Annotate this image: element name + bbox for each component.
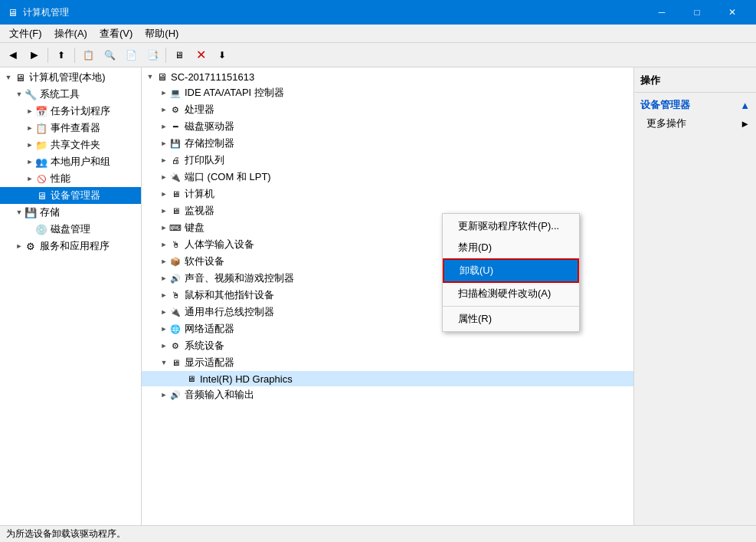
- cpu-icon: ⚙: [169, 103, 182, 116]
- close-button[interactable]: ✕: [715, 0, 750, 25]
- arrow-icon: ▲: [740, 100, 750, 111]
- right-panel-title: 操作: [634, 71, 756, 93]
- arrow-icon: ►: [159, 155, 169, 166]
- event-icon: 📋: [35, 122, 47, 134]
- arrow-icon: ►: [25, 156, 35, 167]
- up-button[interactable]: ⬆: [51, 46, 71, 64]
- forward-button[interactable]: ►: [25, 46, 44, 64]
- tree-item-processor[interactable]: ► ⚙ 处理器: [142, 101, 633, 118]
- arrow-icon: ►: [159, 307, 169, 317]
- toolbar-sep-3: [165, 48, 166, 63]
- tree-item-disk-drive[interactable]: ► ━ 磁盘驱动器: [142, 118, 633, 135]
- menu-action[interactable]: 操作(A): [48, 25, 93, 42]
- gpu-icon: 🖥: [185, 373, 197, 385]
- tree-root-computer[interactable]: ▼ 🖥 SC-201711151613: [142, 69, 633, 84]
- arrow-icon: ►: [159, 239, 169, 250]
- tree-item-ports[interactable]: ► 🔌 端口 (COM 和 LPT): [142, 169, 633, 186]
- tree-label: 端口 (COM 和 LPT): [185, 170, 271, 184]
- ide-icon: 💻: [169, 87, 182, 99]
- tree-label: SC-201711151613: [171, 71, 254, 83]
- report-button[interactable]: 📑: [142, 46, 162, 64]
- arrow-icon: ►: [159, 273, 169, 284]
- tree-item-computer-management[interactable]: ▼ 🖥 计算机管理(本地): [0, 69, 141, 86]
- ctx-properties[interactable]: 属性(R): [443, 308, 579, 330]
- delete-button[interactable]: ✕: [191, 46, 211, 64]
- hid-icon: 🖱: [169, 238, 182, 251]
- right-panel-device-manager[interactable]: 设备管理器 ▲: [634, 96, 756, 114]
- menu-view[interactable]: 查看(V): [93, 25, 139, 42]
- tree-item-intel-hd[interactable]: 🖥 Intel(R) HD Graphics: [142, 371, 633, 386]
- arrow-icon: ►: [14, 241, 25, 251]
- show-console-tree-button[interactable]: 📋: [78, 46, 98, 64]
- search-button[interactable]: 🔍: [100, 46, 119, 64]
- tree-item-audio-io[interactable]: ► 🔊 音频输入和输出: [142, 386, 633, 403]
- menu-file[interactable]: 文件(F): [3, 25, 48, 42]
- tree-label: 网络适配器: [185, 322, 234, 336]
- computer-button[interactable]: 🖥: [169, 46, 189, 64]
- tree-item-services[interactable]: ► ⚙ 服务和应用程序: [0, 238, 141, 255]
- tree-item-computer[interactable]: ► 🖥 计算机: [142, 186, 633, 202]
- minimize-button[interactable]: ─: [644, 0, 679, 25]
- users-icon: 👥: [35, 156, 47, 168]
- tree-item-shared-folders[interactable]: ► 📁 共享文件夹: [0, 136, 141, 153]
- tree-label: 存储控制器: [185, 136, 234, 150]
- ctx-uninstall[interactable]: 卸载(U): [443, 258, 579, 283]
- tree-item-performance[interactable]: ► 🚫 性能: [0, 170, 141, 187]
- storage-icon: 💾: [25, 206, 37, 218]
- tree-item-display-adapter[interactable]: ▼ 🖥 显示适配器: [142, 354, 633, 371]
- tree-label: 软件设备: [185, 255, 224, 268]
- status-bar: 为所选设备卸载该驱动程序。: [0, 525, 756, 542]
- tree-item-storage[interactable]: ▼ 💾 存储: [0, 204, 141, 221]
- ctx-update-driver[interactable]: 更新驱动程序软件(P)...: [443, 215, 579, 237]
- ctx-scan-hardware[interactable]: 扫描检测硬件改动(A): [443, 283, 579, 304]
- tree-label: 本地用户和组: [51, 155, 110, 169]
- tree-item-disk-management[interactable]: 💿 磁盘管理: [0, 221, 141, 238]
- title-bar: 🖥 计算机管理 ─ □ ✕: [0, 0, 756, 25]
- tree-item-ide[interactable]: ► 💻 IDE ATA/ATAPI 控制器: [142, 84, 633, 101]
- arrow-icon: [25, 224, 35, 235]
- toolbar: ◄ ► ⬆ 📋 🔍 📄 📑 🖥 ✕ ⬇: [0, 43, 756, 67]
- tree-item-local-users[interactable]: ► 👥 本地用户和组: [0, 153, 141, 170]
- tree-label: 键盘: [185, 221, 205, 235]
- tree-label: 共享文件夹: [51, 138, 100, 152]
- arrow-icon: ►: [159, 290, 169, 301]
- menu-help[interactable]: 帮助(H): [139, 25, 185, 42]
- disk-drive-icon: ━: [169, 120, 182, 133]
- keyboard-icon: ⌨: [169, 222, 182, 234]
- tree-item-system-tools[interactable]: ▼ 🔧 系统工具: [0, 86, 141, 103]
- ctx-disable[interactable]: 禁用(D): [443, 237, 579, 258]
- app-icon: 🖥: [6, 6, 18, 18]
- tree-item-task-scheduler[interactable]: ► 📅 任务计划程序: [0, 103, 141, 120]
- tree-label: 服务和应用程序: [40, 239, 110, 253]
- arrow-icon: ▼: [3, 72, 14, 83]
- tree-label: 性能: [51, 172, 70, 186]
- tree-label: 显示适配器: [185, 356, 234, 370]
- tree-item-device-manager[interactable]: 🖥 设备管理器: [0, 187, 141, 204]
- audio-io-icon: 🔊: [169, 389, 182, 401]
- tree-item-event-viewer[interactable]: ► 📋 事件查看器: [0, 120, 141, 136]
- window-controls: ─ □ ✕: [644, 0, 750, 25]
- toolbar-sep-1: [47, 48, 48, 63]
- service-icon: ⚙: [25, 240, 37, 252]
- arrow-icon: ►: [159, 324, 169, 334]
- tree-label: 任务计划程序: [51, 104, 110, 118]
- arrow-icon: ►: [159, 104, 169, 115]
- arrow-icon: ►: [159, 205, 169, 216]
- right-panel-more-actions[interactable]: 更多操作 ►: [634, 114, 756, 133]
- properties-button[interactable]: ⬇: [212, 46, 232, 64]
- toolbar-sep-2: [74, 48, 75, 63]
- tree-item-print-queue[interactable]: ► 🖨 打印队列: [142, 152, 633, 169]
- arrow-icon: ▼: [145, 71, 155, 82]
- software-icon: 📦: [169, 255, 182, 268]
- tree-label: 通用串行总线控制器: [185, 305, 274, 319]
- arrow-icon: ►: [159, 340, 169, 351]
- right-panel-sub-label: 更多操作: [646, 117, 686, 130]
- network-icon: 🌐: [169, 323, 182, 335]
- back-button[interactable]: ◄: [3, 46, 23, 64]
- maximize-button[interactable]: □: [679, 0, 715, 25]
- doc-button[interactable]: 📄: [121, 46, 141, 64]
- tree-item-storage-ctrl[interactable]: ► 💾 存储控制器: [142, 135, 633, 152]
- tree-item-system-device[interactable]: ► ⚙ 系统设备: [142, 337, 633, 354]
- arrow-icon: ►: [159, 121, 169, 132]
- tree-label: 系统设备: [185, 339, 224, 353]
